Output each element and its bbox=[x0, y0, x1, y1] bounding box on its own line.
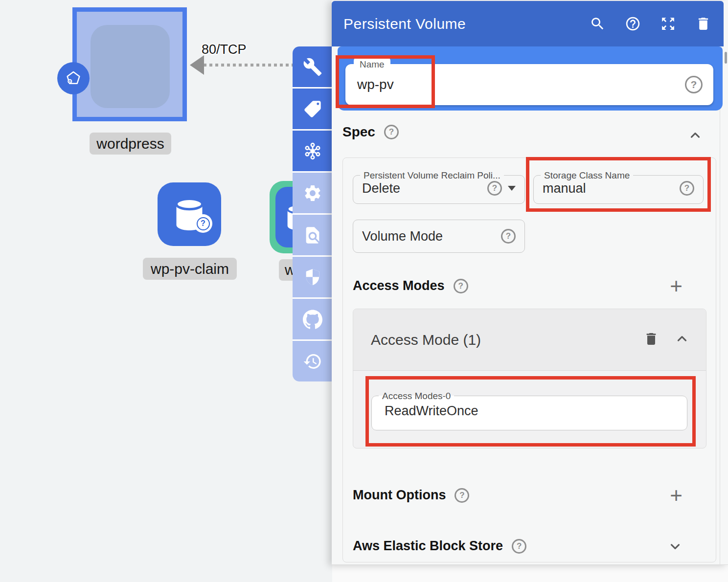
trash-icon bbox=[695, 16, 711, 32]
aws-ebs-expand-button[interactable] bbox=[668, 539, 682, 554]
app-root: wordpress 80/TCP ? wp-pv-claim w bbox=[0, 0, 728, 582]
storage-class-label: Storage Class Name bbox=[541, 171, 633, 180]
toolbar-button-network-hub[interactable] bbox=[293, 131, 332, 171]
tag-icon bbox=[303, 99, 322, 119]
expand-button[interactable] bbox=[657, 13, 679, 35]
name-help-icon[interactable]: ? bbox=[685, 76, 703, 93]
spec-heading-row: Spec ? bbox=[342, 124, 705, 140]
panel-header: Persistent Volume bbox=[332, 1, 724, 46]
node-label-wordpress: wordpress bbox=[90, 133, 171, 155]
access-mode-0-input[interactable]: Access Modes-0 ReadWriteOnce bbox=[371, 391, 687, 430]
reclaim-policy-label: Persistent Volume Reclaim Poli... bbox=[360, 171, 504, 180]
pentagon-pod-icon bbox=[63, 68, 84, 89]
search-icon bbox=[590, 16, 606, 32]
search-button[interactable] bbox=[587, 13, 608, 35]
pod-icon bbox=[57, 62, 90, 94]
chevron-down-icon bbox=[668, 539, 682, 554]
spec-container: Persistent Volume Reclaim Poli... Delete… bbox=[342, 157, 716, 562]
volume-mode-input[interactable]: Volume Mode ? bbox=[353, 220, 525, 253]
diagram-canvas[interactable]: wordpress 80/TCP ? wp-pv-claim w bbox=[0, 0, 332, 582]
access-mode-collapse-button[interactable] bbox=[675, 332, 689, 348]
name-section: Name wp-pv ? bbox=[338, 46, 723, 111]
toolbar-button-wrench[interactable] bbox=[293, 46, 332, 87]
help-button[interactable] bbox=[622, 13, 643, 35]
access-modes-heading-row: Access Modes ? + bbox=[353, 278, 694, 293]
mount-options-heading-row: Mount Options ? + bbox=[353, 488, 694, 503]
storage-class-help-icon[interactable]: ? bbox=[680, 181, 694, 196]
shield-icon bbox=[303, 268, 322, 287]
canvas-toolbar bbox=[293, 46, 332, 381]
access-mode-0-label: Access Modes-0 bbox=[379, 391, 454, 401]
mount-options-add-button[interactable]: + bbox=[670, 485, 682, 506]
mount-options-heading: Mount Options bbox=[353, 488, 446, 503]
name-field-value: wp-pv bbox=[357, 64, 394, 105]
volume-mode-help-icon[interactable]: ? bbox=[501, 229, 516, 244]
toolbar-button-history[interactable] bbox=[293, 341, 332, 381]
edge-arrowhead-icon bbox=[190, 55, 204, 75]
reclaim-policy-help-icon[interactable]: ? bbox=[487, 181, 502, 196]
github-icon bbox=[303, 310, 322, 329]
volume-mode-label: Volume Mode bbox=[362, 229, 501, 244]
reclaim-policy-value: Delete bbox=[362, 181, 487, 196]
spec-help-icon[interactable]: ? bbox=[384, 125, 399, 139]
access-modes-heading: Access Modes bbox=[353, 278, 445, 293]
storage-class-input[interactable]: Storage Class Name manual ? bbox=[533, 171, 704, 204]
node-wordpress-inner bbox=[91, 25, 170, 108]
spec-heading: Spec bbox=[342, 124, 375, 140]
chevron-up-icon bbox=[675, 332, 689, 346]
edge-dotted-line bbox=[204, 64, 294, 67]
access-mode-card-header[interactable]: Access Mode (1) bbox=[353, 309, 706, 371]
trash-icon bbox=[643, 331, 659, 347]
access-mode-0-value: ReadWriteOnce bbox=[385, 403, 678, 419]
plus-icon: + bbox=[670, 275, 682, 297]
access-modes-add-button[interactable]: + bbox=[670, 275, 682, 297]
panel-divider bbox=[720, 47, 720, 564]
node-wordpress[interactable] bbox=[72, 7, 187, 121]
expand-icon bbox=[660, 16, 676, 32]
network-hub-icon bbox=[303, 141, 322, 161]
history-icon bbox=[303, 352, 322, 371]
persistent-volume-panel: Persistent Volume Name wp-pv bbox=[332, 1, 728, 565]
gear-icon bbox=[303, 183, 322, 203]
question-icon: ? bbox=[197, 217, 210, 230]
aws-ebs-heading-row: Aws Elastic Block Store ? bbox=[353, 538, 694, 554]
find-in-page-icon bbox=[303, 225, 322, 245]
access-mode-card-title: Access Mode (1) bbox=[371, 332, 481, 348]
node-wp-pv-claim[interactable] bbox=[158, 182, 221, 246]
delete-button[interactable] bbox=[692, 13, 714, 35]
access-mode-delete-button[interactable] bbox=[643, 331, 659, 349]
aws-ebs-heading: Aws Elastic Block Store bbox=[353, 538, 503, 554]
toolbar-button-tag[interactable] bbox=[293, 89, 332, 129]
plus-icon: + bbox=[670, 485, 682, 506]
edge-label: 80/TCP bbox=[202, 42, 247, 57]
panel-scrollbar[interactable] bbox=[725, 52, 727, 64]
panel-title: Persistent Volume bbox=[343, 16, 466, 32]
access-modes-help-icon[interactable]: ? bbox=[454, 279, 468, 293]
spec-collapse-button[interactable] bbox=[688, 128, 703, 145]
node-label-wp-pv-claim: wp-pv-claim bbox=[143, 258, 237, 280]
toolbar-button-shield[interactable] bbox=[293, 257, 332, 297]
storage-class-value: manual bbox=[543, 181, 680, 196]
node-question-badge: ? bbox=[194, 214, 212, 233]
chevron-up-icon bbox=[688, 128, 703, 143]
dropdown-caret-icon[interactable] bbox=[508, 186, 516, 191]
wrench-icon bbox=[303, 57, 322, 77]
name-input[interactable]: Name wp-pv ? bbox=[345, 64, 713, 105]
reclaim-policy-select[interactable]: Persistent Volume Reclaim Poli... Delete… bbox=[353, 171, 525, 204]
toolbar-button-find-in-page[interactable] bbox=[293, 215, 332, 255]
aws-ebs-help-icon[interactable]: ? bbox=[512, 539, 526, 554]
mount-options-help-icon[interactable]: ? bbox=[455, 488, 469, 503]
help-icon bbox=[625, 16, 641, 32]
toolbar-button-github[interactable] bbox=[293, 299, 332, 339]
access-mode-card: Access Mode (1) Access Modes-0 ReadWrite… bbox=[353, 309, 706, 448]
toolbar-button-gear[interactable] bbox=[293, 173, 332, 213]
